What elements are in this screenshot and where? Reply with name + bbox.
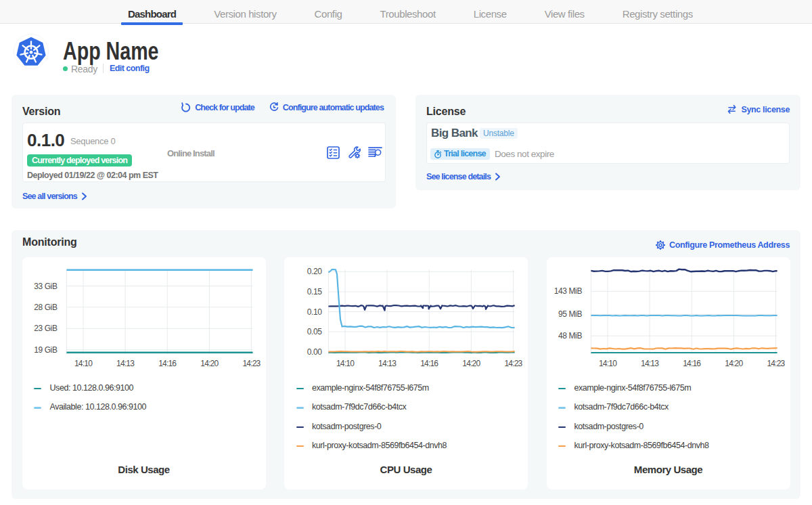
svg-text:14:20: 14:20 — [725, 359, 743, 368]
svg-text:23 GiB: 23 GiB — [34, 324, 58, 333]
svg-text:14:23: 14:23 — [767, 359, 785, 368]
svg-text:14:13: 14:13 — [641, 359, 659, 368]
svg-text:95 MiB: 95 MiB — [558, 309, 582, 319]
svg-text:14:23: 14:23 — [504, 359, 522, 368]
svg-text:0.15: 0.15 — [307, 287, 322, 297]
svg-text:14:16: 14:16 — [683, 359, 701, 368]
svg-text:0.05: 0.05 — [307, 327, 322, 336]
svg-text:14:16: 14:16 — [420, 359, 438, 368]
svg-text:0.00: 0.00 — [307, 347, 322, 357]
svg-text:14:10: 14:10 — [74, 359, 92, 368]
svg-text:14:20: 14:20 — [462, 359, 480, 368]
svg-text:48 MiB: 48 MiB — [558, 331, 582, 341]
svg-text:33 GiB: 33 GiB — [34, 282, 58, 291]
svg-text:14:10: 14:10 — [598, 359, 616, 368]
svg-text:0.20: 0.20 — [307, 267, 322, 276]
svg-text:28 GiB: 28 GiB — [34, 303, 58, 312]
svg-text:14:13: 14:13 — [116, 359, 135, 368]
svg-text:143 MiB: 143 MiB — [554, 286, 582, 296]
svg-text:14:13: 14:13 — [378, 359, 397, 368]
svg-text:14:23: 14:23 — [242, 359, 261, 368]
svg-text:19 GiB: 19 GiB — [34, 345, 58, 355]
svg-text:14:10: 14:10 — [336, 359, 355, 368]
svg-text:0.10: 0.10 — [307, 307, 322, 317]
svg-text:14:16: 14:16 — [158, 359, 177, 368]
svg-text:14:20: 14:20 — [200, 359, 219, 368]
